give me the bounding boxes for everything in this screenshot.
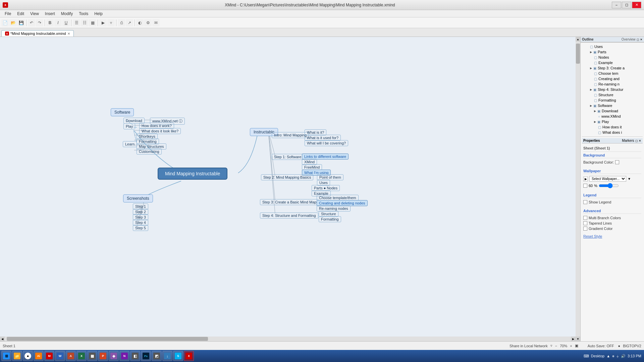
- central-node[interactable]: Mind Mapping Instructable: [158, 168, 227, 180]
- properties-tab[interactable]: Properties: [583, 139, 622, 142]
- node-step3-create[interactable]: Step 3: Create a Basic Mind Map: [260, 199, 319, 205]
- taskbar-app12[interactable]: ◧: [130, 351, 140, 361]
- node-screenshots[interactable]: Screenshots: [123, 194, 153, 202]
- node-step5[interactable]: Step 5: [133, 225, 148, 231]
- taskbar-access[interactable]: A: [66, 351, 76, 361]
- zoom-out-btn[interactable]: −: [555, 344, 557, 348]
- outline-item-whatdoes[interactable]: ▢ What does i: [582, 130, 643, 135]
- bold-button[interactable]: B: [46, 19, 54, 26]
- outline-item-creating[interactable]: ▢ Creating and: [582, 76, 643, 81]
- save-button[interactable]: 💾: [17, 19, 25, 26]
- scroll-up-arrow[interactable]: ▲: [576, 37, 580, 42]
- scroll-left-arrow[interactable]: ◀: [0, 337, 5, 341]
- restore-button[interactable]: ◻: [622, 2, 631, 8]
- node-step2-mmb[interactable]: Step 2: Mind Mapping Basics: [261, 174, 313, 180]
- redo-button[interactable]: ↷: [36, 19, 43, 26]
- outline-item-uses[interactable]: ▢ Uses: [582, 44, 643, 49]
- outline-item-step4[interactable]: ▶ ▣ Step 4: Structur: [582, 87, 643, 92]
- wallpaper-select[interactable]: Select Wallpaper...: [589, 176, 626, 182]
- wallpaper-arrow[interactable]: ▼: [628, 177, 631, 181]
- new-button[interactable]: 📄: [1, 19, 9, 26]
- outline-item-example[interactable]: ▢ Example: [582, 60, 643, 65]
- node-formatting[interactable]: Formatting: [319, 216, 341, 222]
- share-btn[interactable]: ✉: [152, 19, 160, 26]
- menu-view[interactable]: View: [28, 11, 42, 17]
- taskbar-photoshop[interactable]: Ps: [141, 351, 151, 361]
- outline-item-structure[interactable]: ▢ Structure: [582, 92, 643, 98]
- legend-checkbox[interactable]: [583, 200, 587, 204]
- node-what-cover[interactable]: What will I be covering?: [305, 140, 348, 146]
- outline-item-nodes[interactable]: ▢ Nodes: [582, 55, 643, 60]
- panel-icons[interactable]: ◻ ✕: [637, 38, 643, 41]
- markers-tab[interactable]: Markers: [622, 139, 634, 142]
- document-tab[interactable]: X *Mind Mapping Instructable.xmind ✕: [1, 30, 74, 37]
- overview-tab[interactable]: Overview: [622, 38, 636, 41]
- outline-tab[interactable]: Outline: [582, 38, 620, 41]
- minimize-button[interactable]: −: [612, 2, 621, 8]
- taskbar-app14[interactable]: ◩: [152, 351, 162, 361]
- node-step4-struct[interactable]: Step 4: Structure and Formatting: [260, 213, 318, 219]
- taskbar-onenote[interactable]: N: [119, 351, 129, 361]
- opacity-checkbox[interactable]: [583, 184, 587, 188]
- node-intro-mm[interactable]: Intro: Mind Mapping: [272, 132, 309, 138]
- scroll-down-arrow[interactable]: ▼: [576, 337, 580, 341]
- underline-button[interactable]: U: [62, 19, 70, 26]
- insert-sub[interactable]: ▿: [107, 19, 115, 26]
- filter-icon[interactable]: ▿: [550, 344, 552, 348]
- outline-item-play[interactable]: ▶ ▣ Play: [582, 119, 643, 124]
- outline-item-download[interactable]: ▶ ▣ Download: [582, 108, 643, 114]
- vertical-scrollbar[interactable]: ▲ ▼: [576, 37, 580, 341]
- horizontal-scrollbar[interactable]: ◀ ▶: [0, 337, 576, 341]
- tab-close-button[interactable]: ✕: [67, 32, 70, 36]
- zoom-in-btn[interactable]: +: [570, 344, 572, 348]
- outline-item-formatting[interactable]: ▢ Formatting: [582, 98, 643, 103]
- node-software[interactable]: Software: [111, 108, 134, 116]
- export-btn[interactable]: ↗: [126, 19, 133, 26]
- open-button[interactable]: 📂: [9, 19, 17, 26]
- outline-item-parts[interactable]: ▶ ▣ Parts: [582, 49, 643, 55]
- menu-file[interactable]: File: [2, 11, 14, 17]
- scroll-thumb-v[interactable]: [576, 44, 580, 64]
- taskbar-app10[interactable]: ◈: [109, 351, 119, 361]
- taskbar-app8[interactable]: ▦: [87, 351, 97, 361]
- outline-item-renaming[interactable]: ▢ Re-naming n: [582, 81, 643, 87]
- node-play[interactable]: Play: [123, 123, 135, 129]
- list-btn[interactable]: ☷: [81, 19, 88, 26]
- menu-insert[interactable]: Insert: [42, 11, 58, 17]
- taskbar-mindmap[interactable]: M: [44, 351, 54, 361]
- tapered-lines-checkbox[interactable]: [583, 221, 587, 225]
- insert-topic[interactable]: ▶: [99, 19, 107, 26]
- share-network[interactable]: Share in Local Network: [509, 344, 548, 348]
- outline-item-choosetemp[interactable]: ▢ Choose tem: [582, 71, 643, 76]
- panel-icons2[interactable]: ◻ ✕: [634, 139, 641, 142]
- print-btn[interactable]: ⎙: [118, 19, 125, 26]
- scroll-right-arrow[interactable]: ▶: [571, 337, 576, 341]
- close-button[interactable]: ✕: [632, 2, 641, 8]
- node-learn[interactable]: Learn: [123, 141, 137, 147]
- settings-btn[interactable]: ⚙: [144, 19, 152, 26]
- arrow-up[interactable]: ▲: [606, 354, 610, 358]
- table-btn[interactable]: ▦: [89, 19, 96, 26]
- menu-edit[interactable]: Edit: [14, 11, 27, 17]
- outline-btn[interactable]: ☰: [73, 19, 80, 26]
- taskbar-illustrator[interactable]: Ai: [34, 351, 44, 361]
- taskbar-explorer[interactable]: 📁: [12, 351, 22, 361]
- outline-item-www[interactable]: ○ www.XMind: [582, 114, 643, 119]
- multi-branch-checkbox[interactable]: [583, 216, 587, 220]
- gradient-checkbox[interactable]: [583, 227, 587, 231]
- italic-button[interactable]: I: [54, 19, 62, 26]
- taskbar-powerpoint[interactable]: P: [98, 351, 108, 361]
- outline-item-step3[interactable]: ▶ ▣ Step 3: Create a: [582, 65, 643, 71]
- menu-tools[interactable]: Tools: [76, 11, 91, 17]
- outline-item-how[interactable]: ▢ How does it: [582, 124, 643, 130]
- taskbar-skype[interactable]: S: [173, 351, 183, 361]
- bg-color-checkbox[interactable]: [615, 160, 619, 164]
- start-button[interactable]: ⊞: [1, 351, 11, 361]
- fullscreen-btn[interactable]: ▣: [575, 344, 578, 348]
- outline-item-software[interactable]: ▶ ▣ Software: [582, 103, 643, 108]
- opacity-slider[interactable]: [599, 183, 619, 188]
- taskbar-word[interactable]: W: [55, 351, 65, 361]
- node-step1-sw[interactable]: Step 1: Software: [272, 154, 304, 160]
- taskbar-xmind[interactable]: X: [184, 351, 194, 361]
- scroll-thumb-h[interactable]: [7, 337, 208, 341]
